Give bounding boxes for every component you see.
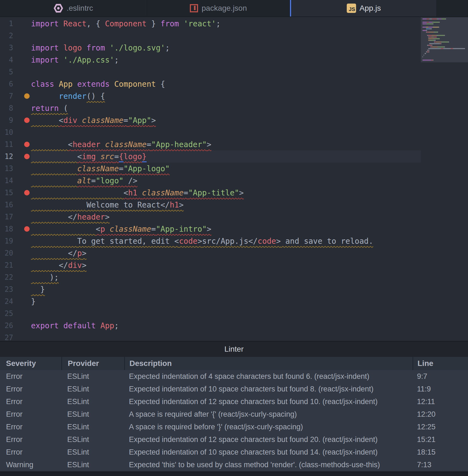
line-number: 14 — [0, 177, 13, 185]
line-number: 24 — [0, 297, 13, 306]
gutter-spacer — [24, 21, 30, 26]
warning-dot-icon — [24, 93, 30, 99]
line-number: 17 — [0, 213, 13, 221]
error-dot-icon — [24, 142, 30, 147]
column-header-provider[interactable]: Provider — [61, 357, 124, 370]
linter-row[interactable]: ErrorESLintExpected indentation of 12 sp… — [0, 433, 468, 446]
code-line[interactable]: 19 To get started, edit <code>src/App.js… — [0, 235, 421, 247]
code-line[interactable]: 4import './App.css'; — [0, 54, 421, 66]
code-line[interactable]: 15 <h1 className="App-title"> — [0, 187, 421, 199]
code-text: className="App-logo" — [31, 163, 170, 175]
code-text: alt="logo" /> — [31, 175, 137, 187]
code-line[interactable]: 22 ); — [0, 271, 421, 283]
gutter-spacer — [24, 299, 30, 304]
linter-row[interactable]: ErrorESLintExpected indentation of 12 sp… — [0, 395, 468, 408]
tab-eslintrc[interactable]: .eslintrc — [0, 0, 147, 16]
provider-cell: ESLint — [61, 446, 124, 458]
severity-cell: Warning — [0, 458, 61, 471]
line-number: 27 — [0, 334, 13, 341]
code-text: </p> — [31, 247, 86, 259]
code-text: <div className="App"> — [31, 114, 156, 126]
gutter-spacer — [24, 323, 30, 328]
gutter-spacer — [24, 275, 30, 280]
provider-cell: ESLint — [61, 458, 124, 471]
provider-cell: ESLint — [61, 421, 124, 433]
code-line[interactable]: 18 <p className="App-intro"> — [0, 223, 421, 235]
linter-row[interactable]: ErrorESLintExpected indentation of 10 sp… — [0, 383, 468, 395]
linter-panel-title: Linter — [0, 341, 468, 357]
error-dot-icon — [24, 154, 30, 159]
severity-cell: Error — [0, 433, 61, 446]
code-line[interactable]: 26export default App; — [0, 320, 421, 332]
linter-row[interactable]: ErrorESLintExpected indentation of 4 spa… — [0, 370, 468, 383]
description-cell: Expected indentation of 12 space charact… — [124, 395, 413, 408]
minimap-lines — [422, 18, 465, 63]
column-header-description[interactable]: Description — [124, 357, 413, 370]
line-number: 20 — [0, 249, 13, 257]
line-cell: 18:15 — [413, 446, 468, 458]
column-header-line[interactable]: Line — [413, 357, 468, 370]
tab-label: App.js — [360, 4, 381, 13]
code-editor[interactable]: 1import React, { Component } from 'react… — [0, 17, 468, 341]
code-line[interactable]: 1import React, { Component } from 'react… — [0, 18, 421, 30]
code-line[interactable]: 20 </p> — [0, 247, 421, 259]
line-number: 16 — [0, 201, 13, 209]
code-line[interactable]: 12 <img src={logo} — [0, 150, 421, 163]
line-number: 1 — [0, 19, 13, 28]
column-header-severity[interactable]: Severity — [0, 357, 61, 370]
code-line[interactable]: 3import logo from './logo.svg'; — [0, 42, 421, 54]
linter-row[interactable]: ErrorESLintExpected indentation of 10 sp… — [0, 446, 468, 458]
linter-row[interactable]: ErrorESLintA space is required before '}… — [0, 421, 468, 433]
gutter-spacer — [24, 57, 30, 63]
line-number: 3 — [0, 44, 13, 52]
linter-row[interactable]: ErrorESLintA space is required after '{'… — [0, 408, 468, 421]
code-line[interactable]: 16 Welcome to React</h1> — [0, 199, 421, 211]
tab-label: .eslintrc — [67, 4, 93, 13]
tab-bar: .eslintrc package.json JS App.js — [0, 0, 468, 17]
line-cell: 12:11 — [413, 395, 468, 408]
error-dot-icon — [24, 190, 30, 195]
code-line[interactable]: 23 } — [0, 283, 421, 295]
severity-cell: Error — [0, 395, 61, 408]
code-text: </header> — [31, 211, 110, 223]
description-cell: Expected indentation of 10 space charact… — [124, 383, 413, 395]
code-line[interactable]: 7 render() { — [0, 90, 421, 102]
code-text: } — [31, 283, 45, 295]
linter-row[interactable]: WarningESLintExpected 'this' to be used … — [0, 458, 468, 471]
line-number: 2 — [0, 32, 13, 40]
provider-cell: ESLint — [61, 383, 124, 395]
minimap[interactable] — [421, 17, 468, 341]
code-line[interactable]: 27 — [0, 332, 421, 341]
code-line[interactable]: 9 <div className="App"> — [0, 114, 421, 126]
code-line[interactable]: 24} — [0, 295, 421, 307]
code-text: import React, { Component } from 'react'… — [31, 18, 221, 30]
code-text: import './App.css'; — [31, 54, 119, 66]
code-line[interactable]: 13 className="App-logo" — [0, 163, 421, 175]
line-number: 11 — [0, 140, 13, 149]
line-number: 9 — [0, 116, 13, 124]
code-line[interactable]: 25 — [0, 307, 421, 320]
linter-table-header: Severity Provider Description Line — [0, 357, 468, 370]
code-line[interactable]: 8return ( — [0, 102, 421, 114]
code-line[interactable]: 17 </header> — [0, 211, 421, 223]
eslint-icon — [54, 4, 63, 13]
code-line[interactable]: 10 — [0, 126, 421, 138]
provider-cell: ESLint — [61, 395, 124, 408]
line-number: 18 — [0, 225, 13, 233]
line-number: 5 — [0, 68, 13, 76]
tab-app-js[interactable]: JS App.js — [290, 0, 437, 16]
code-line[interactable]: 6class App extends Component { — [0, 78, 421, 90]
code-line[interactable]: 2 — [0, 30, 421, 42]
gutter-spacer — [24, 45, 30, 51]
line-number: 19 — [0, 237, 13, 245]
code-text: To get started, edit <code>src/App.js</c… — [31, 235, 373, 247]
gutter-spacer — [24, 130, 30, 135]
code-text: <p className="App-intro"> — [31, 223, 211, 235]
code-line[interactable]: 5 — [0, 66, 421, 78]
code-line[interactable]: 11 <header className="App-header"> — [0, 138, 421, 150]
linter-rows: ErrorESLintExpected indentation of 4 spa… — [0, 370, 468, 471]
code-line[interactable]: 21 </div> — [0, 259, 421, 271]
tab-package-json[interactable]: package.json — [147, 0, 290, 16]
line-number: 10 — [0, 128, 13, 136]
code-line[interactable]: 14 alt="logo" /> — [0, 175, 421, 187]
